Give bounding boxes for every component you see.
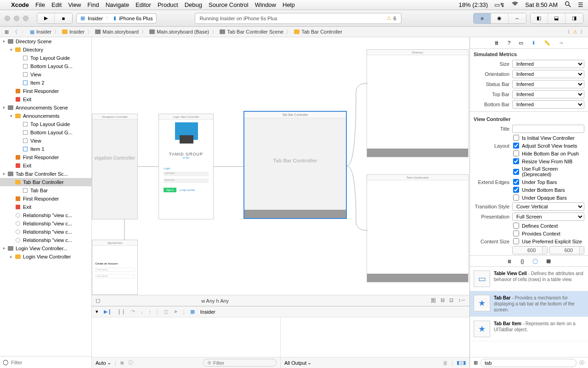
tree-row[interactable]: Relationship "view c... — [0, 211, 91, 219]
initial-vc-checkbox[interactable] — [513, 135, 519, 141]
document-outline[interactable]: ▾Directory Scene▾DirectoryTop Layout Gui… — [0, 37, 91, 356]
tree-row[interactable]: Exit — [0, 95, 91, 104]
debug-view-hierarchy-icon[interactable]: ◫ — [164, 309, 168, 315]
jump-seg-storyboard-base[interactable]: Main.storyboard (Base) — [147, 29, 211, 34]
tree-row[interactable]: Tab Bar Controller — [0, 178, 91, 186]
menu-editor[interactable]: Editor — [136, 1, 151, 8]
notifications-icon[interactable]: ☰ — [578, 1, 583, 8]
outline-toggle-icon[interactable]: ▢ — [96, 298, 100, 304]
content-height-input[interactable] — [550, 247, 579, 254]
navigator-filter-input[interactable] — [11, 360, 89, 365]
tree-row[interactable]: Relationship "view c... — [0, 228, 91, 236]
debug-continue-icon[interactable]: ▶❙ — [104, 309, 112, 315]
under-top-checkbox[interactable] — [513, 179, 519, 185]
object-library-tab-icon[interactable]: ◯ — [532, 258, 538, 264]
menu-navigate[interactable]: Navigate — [106, 1, 129, 8]
library-item[interactable]: ▭Table View Cell - Defines the attribute… — [470, 267, 588, 291]
tree-row[interactable]: ▾Directory — [0, 46, 91, 54]
debug-hide-icon[interactable]: ▾ — [96, 309, 98, 315]
menu-edit[interactable]: Edit — [51, 1, 62, 8]
toggle-debug-area-button[interactable]: ⬓ — [548, 13, 565, 23]
tree-row[interactable]: Exit — [0, 203, 91, 211]
connections-inspector-tab-icon[interactable]: → — [559, 40, 564, 46]
debug-stepout-icon[interactable]: ↑ — [149, 309, 152, 315]
tree-row[interactable]: Top Layout Guide — [0, 120, 91, 128]
statusbar-select[interactable]: Inferred — [512, 80, 584, 88]
scheme-selector[interactable]: ▦ Insider 〉 ▮ iPhone 6s Plus — [76, 13, 157, 23]
title-input[interactable] — [512, 125, 584, 133]
menu-find[interactable]: Find — [87, 1, 99, 8]
variables-filter-input[interactable] — [213, 360, 277, 366]
quicklook-icon[interactable]: ◉ — [120, 360, 124, 366]
menu-sourcecontrol[interactable]: Source Control — [209, 1, 249, 8]
jump-forward-button[interactable]: 〉 — [19, 29, 28, 35]
size-select[interactable]: Inferred — [512, 60, 584, 68]
version-editor-button[interactable]: ↔ — [509, 13, 526, 23]
size-class-height[interactable]: h Any — [216, 298, 229, 304]
toggle-utilities-button[interactable]: ◨ — [565, 13, 583, 23]
console-right-pane-icon[interactable]: ◨ — [461, 360, 466, 366]
filter-options-icon[interactable]: ◯ — [3, 359, 8, 365]
tree-row[interactable]: Bottom Layout G... — [0, 128, 91, 137]
tree-row[interactable]: Exit — [0, 161, 91, 170]
resolve-issues-icon[interactable]: ⊡ — [449, 297, 453, 304]
tree-row[interactable]: Relationship "view c... — [0, 236, 91, 244]
library-filter-input[interactable] — [481, 359, 577, 367]
jump-seg-controller[interactable]: Tab Bar Controller — [292, 29, 344, 34]
tree-row[interactable]: ▾Announcements — [0, 112, 91, 120]
menu-help[interactable]: Help — [283, 1, 295, 8]
battery-status[interactable]: 18% (2:33) — [459, 1, 488, 8]
library-view-mode-icon[interactable]: ⊞ — [474, 360, 478, 366]
tree-row[interactable]: ▾Announcements Scene — [0, 104, 91, 112]
media-library-tab-icon[interactable]: ▦ — [546, 258, 551, 264]
zoom-window-button[interactable] — [23, 16, 28, 21]
jump-prev-issue[interactable]: 〈 — [565, 29, 570, 35]
jump-seg-project[interactable]: ▦Insider — [28, 29, 53, 35]
storyboard-canvas[interactable]: Navigation Controller vigation Controlle… — [92, 37, 469, 295]
library-item[interactable]: ★Tab Bar - Provides a mechanism for disp… — [470, 291, 588, 317]
quick-help-tab-icon[interactable]: ? — [508, 40, 510, 46]
resizing-behavior-icon[interactable]: ↕↔ — [458, 297, 466, 304]
menu-view[interactable]: View — [68, 1, 81, 8]
jump-seg-storyboard[interactable]: Main.storyboard — [93, 29, 141, 34]
clear-filter-icon[interactable]: ⓧ — [579, 359, 584, 366]
related-items-icon[interactable]: ⊞ — [3, 29, 11, 35]
code-snippet-library-tab-icon[interactable]: {} — [520, 259, 524, 264]
menu-product[interactable]: Product — [158, 1, 178, 8]
minimize-window-button[interactable] — [14, 16, 19, 21]
defines-context-checkbox[interactable] — [513, 223, 519, 229]
wifi-icon[interactable] — [511, 0, 519, 9]
tree-row[interactable]: First Responder — [0, 87, 91, 95]
debug-stepover-icon[interactable]: ↷ — [131, 309, 135, 315]
under-opaque-checkbox[interactable] — [513, 195, 519, 201]
app-name[interactable]: Xcode — [11, 1, 29, 8]
under-bottom-checkbox[interactable] — [513, 187, 519, 193]
orientation-select[interactable]: Inferred — [512, 70, 584, 78]
attributes-inspector-tab-icon[interactable]: ⬇ — [531, 40, 536, 46]
jump-seg-scene[interactable]: Tab Bar Controller Scene — [218, 29, 285, 34]
assistant-editor-button[interactable]: ◉ — [491, 13, 509, 23]
hide-bottom-checkbox[interactable] — [513, 150, 519, 156]
menu-file[interactable]: File — [35, 1, 45, 8]
menu-window[interactable]: Window — [255, 1, 276, 8]
file-template-library-tab-icon[interactable]: 🗎 — [507, 259, 512, 264]
console-left-pane-icon[interactable]: ◧ — [457, 360, 461, 366]
size-inspector-tab-icon[interactable]: 📏 — [544, 40, 550, 46]
debug-process[interactable]: Insider — [200, 309, 215, 315]
close-window-button[interactable] — [5, 16, 10, 21]
debug-pause-icon[interactable]: ❙❙ — [117, 309, 125, 315]
size-class-width[interactable]: w Any — [201, 298, 215, 304]
tree-row[interactable]: Tab Bar — [0, 186, 91, 195]
tree-row[interactable]: Item 2 — [0, 79, 91, 87]
tree-row[interactable]: View — [0, 137, 91, 145]
debug-location-icon[interactable]: ➤ — [174, 309, 178, 315]
tree-row[interactable]: View — [0, 70, 91, 79]
tree-row[interactable]: Bottom Layout G... — [0, 62, 91, 70]
topbar-select[interactable]: Inferred — [512, 90, 584, 98]
file-inspector-tab-icon[interactable]: 🗎 — [494, 40, 499, 46]
explicit-size-checkbox[interactable] — [513, 238, 519, 244]
jump-next-issue[interactable]: 〉 — [580, 29, 585, 35]
tree-row[interactable]: Item 1 — [0, 145, 91, 153]
console-output-scope[interactable]: All Output — [284, 360, 306, 366]
scene-tab-bar-controller[interactable]: Tab Bar Controller Tab Bar Controller — [243, 111, 347, 219]
